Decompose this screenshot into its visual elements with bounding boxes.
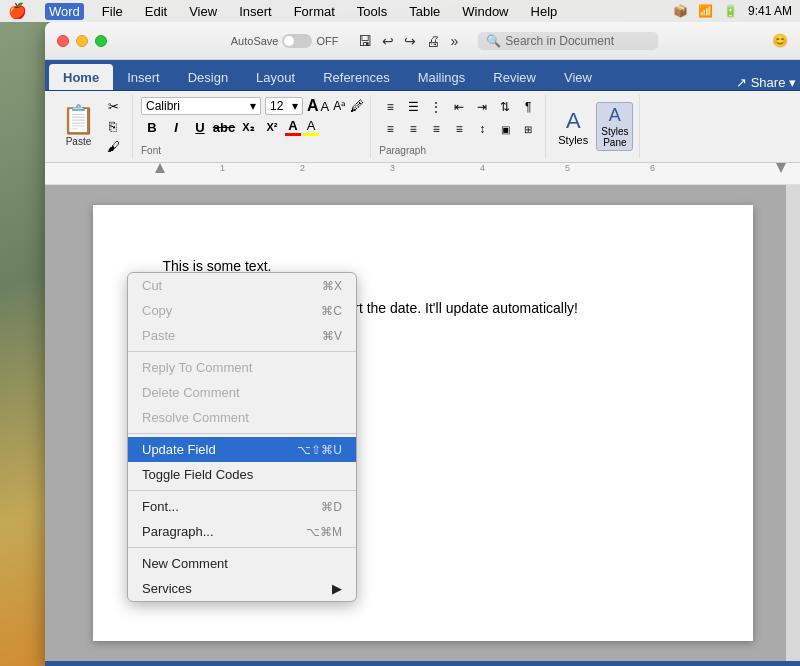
- vertical-scrollbar[interactable]: [786, 185, 800, 661]
- ctx-update-field[interactable]: Update Field ⌥⇧⌘U: [128, 437, 356, 462]
- borders-button[interactable]: ⊞: [517, 119, 539, 139]
- font-size-select[interactable]: 12 ▾: [265, 97, 303, 115]
- sort-button[interactable]: ⇅: [494, 97, 516, 117]
- ctx-toggle-field-codes[interactable]: Toggle Field Codes: [128, 462, 356, 487]
- format-painter-button[interactable]: 🖌: [102, 138, 124, 156]
- tab-references[interactable]: References: [309, 64, 403, 90]
- redo-icon[interactable]: ↪: [402, 31, 418, 51]
- ctx-sep-4: [128, 547, 356, 548]
- ctx-resolve-comment[interactable]: Resolve Comment: [128, 405, 356, 430]
- ctx-copy[interactable]: Copy ⌘C: [128, 298, 356, 323]
- menubar-format[interactable]: Format: [290, 3, 339, 20]
- copy-icon: ⎘: [109, 119, 117, 134]
- ctx-font-label: Font...: [142, 499, 179, 514]
- menubar-right-icons: 📦 📶 🔋 9:41 AM: [673, 4, 792, 18]
- clipboard-group: 📋 Paste ✂ ⎘ 🖌: [53, 95, 133, 158]
- shading-button[interactable]: ▣: [494, 119, 516, 139]
- bold-button[interactable]: B: [141, 117, 163, 137]
- more-toolbar-icon[interactable]: »: [448, 31, 460, 51]
- font-family-select[interactable]: Calibri ▾: [141, 97, 261, 115]
- print-icon[interactable]: 🖨: [424, 31, 442, 51]
- menubar-window[interactable]: Window: [458, 3, 512, 20]
- styles-group: A Styles A Styles Pane: [548, 95, 640, 158]
- styles-pane-icon: A: [609, 105, 621, 126]
- ctx-cut[interactable]: Cut ⌘X: [128, 273, 356, 298]
- strikethrough-button[interactable]: abc: [213, 117, 235, 137]
- ctx-copy-shortcut: ⌘C: [321, 304, 342, 318]
- underline-button[interactable]: U: [189, 117, 211, 137]
- line-spacing-button[interactable]: ↕: [471, 119, 493, 139]
- ctx-paragraph[interactable]: Paragraph... ⌥⌘M: [128, 519, 356, 544]
- show-marks-button[interactable]: ¶: [517, 97, 539, 117]
- scissors-icon: ✂: [108, 99, 119, 114]
- tab-layout[interactable]: Layout: [242, 64, 309, 90]
- left-indent-marker[interactable]: [155, 163, 165, 173]
- font-group-label: Font: [141, 145, 364, 156]
- tab-view[interactable]: View: [550, 64, 606, 90]
- styles-button[interactable]: A Styles: [554, 106, 592, 148]
- minimize-button[interactable]: [76, 35, 88, 47]
- multilevel-list-button[interactable]: ⋮: [425, 97, 447, 117]
- ribbon: Home Insert Design Layout References Mai…: [45, 60, 800, 91]
- styles-label: Styles: [558, 134, 588, 146]
- italic-button[interactable]: I: [165, 117, 187, 137]
- decrease-indent-button[interactable]: ⇤: [448, 97, 470, 117]
- ruler-mark-1: 1: [220, 163, 225, 173]
- bullets-button[interactable]: ≡: [379, 97, 401, 117]
- menubar-word[interactable]: Word: [45, 3, 84, 20]
- apple-menu[interactable]: 🍎: [8, 2, 27, 20]
- autosave-toggle[interactable]: [282, 34, 312, 48]
- ctx-paragraph-label: Paragraph...: [142, 524, 214, 539]
- highlight-color-button[interactable]: A: [303, 118, 319, 136]
- ctx-new-comment[interactable]: New Comment: [128, 551, 356, 576]
- numbering-button[interactable]: ☰: [402, 97, 424, 117]
- ctx-font[interactable]: Font... ⌘D: [128, 494, 356, 519]
- menubar-edit[interactable]: Edit: [141, 3, 171, 20]
- tab-home[interactable]: Home: [49, 64, 113, 90]
- menubar-file[interactable]: File: [98, 3, 127, 20]
- superscript-button[interactable]: X²: [261, 117, 283, 137]
- align-right-button[interactable]: ≡: [425, 119, 447, 139]
- share-button[interactable]: ↗ Share ▾: [736, 75, 796, 90]
- subscript-button[interactable]: X₂: [237, 117, 259, 137]
- increase-font-button[interactable]: A: [307, 97, 319, 115]
- increase-indent-button[interactable]: ⇥: [471, 97, 493, 117]
- justify-button[interactable]: ≡: [448, 119, 470, 139]
- save-icon[interactable]: 🖫: [356, 31, 374, 51]
- menubar-tools[interactable]: Tools: [353, 3, 391, 20]
- maximize-button[interactable]: [95, 35, 107, 47]
- menubar: 🍎 Word File Edit View Insert Format Tool…: [0, 0, 800, 22]
- cut-button[interactable]: ✂: [102, 98, 124, 116]
- tab-design[interactable]: Design: [174, 64, 242, 90]
- paste-button[interactable]: 📋 Paste: [61, 106, 96, 147]
- decrease-font-button[interactable]: A: [321, 99, 330, 114]
- change-case-button[interactable]: Aᵃ: [333, 99, 346, 113]
- undo-icon[interactable]: ↩: [380, 31, 396, 51]
- copy-button[interactable]: ⎘: [102, 118, 124, 136]
- close-button[interactable]: [57, 35, 69, 47]
- tab-review[interactable]: Review: [479, 64, 550, 90]
- align-center-button[interactable]: ≡: [402, 119, 424, 139]
- tab-insert[interactable]: Insert: [113, 64, 174, 90]
- menubar-help[interactable]: Help: [527, 3, 562, 20]
- font-group: Calibri ▾ 12 ▾ A A Aᵃ 🖉 B I U abc: [135, 95, 371, 158]
- ctx-services-arrow-icon: ▶: [332, 581, 342, 596]
- search-icon: 🔍: [486, 34, 501, 48]
- align-left-button[interactable]: ≡: [379, 119, 401, 139]
- ctx-paste[interactable]: Paste ⌘V: [128, 323, 356, 348]
- tab-mailings[interactable]: Mailings: [404, 64, 480, 90]
- menubar-table[interactable]: Table: [405, 3, 444, 20]
- styles-pane-button[interactable]: A Styles Pane: [596, 102, 633, 151]
- menubar-insert[interactable]: Insert: [235, 3, 276, 20]
- font-color-bar: [285, 133, 301, 136]
- chevron-down-icon: ▾: [250, 99, 256, 113]
- font-color-button[interactable]: A: [285, 118, 301, 136]
- right-indent-marker[interactable]: [776, 163, 786, 173]
- menubar-view[interactable]: View: [185, 3, 221, 20]
- autosave-label: AutoSave: [231, 35, 279, 47]
- ctx-reply-comment[interactable]: Reply To Comment: [128, 355, 356, 380]
- ctx-delete-comment[interactable]: Delete Comment: [128, 380, 356, 405]
- ctx-services[interactable]: Services ▶: [128, 576, 356, 601]
- clear-format-button[interactable]: 🖉: [350, 98, 364, 114]
- search-box[interactable]: 🔍 Search in Document: [478, 32, 658, 50]
